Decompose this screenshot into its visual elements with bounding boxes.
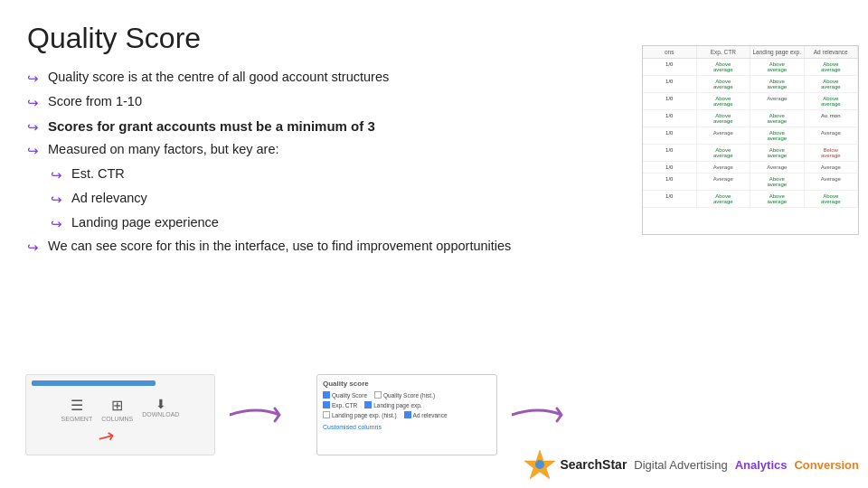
bullet-text: Score from 1-10 <box>48 92 142 111</box>
bullet-text: Est. CTR <box>71 164 125 183</box>
logo: SearchStar <box>524 448 627 481</box>
table-header-cell: Exp. CTR <box>697 46 751 58</box>
custom-columns-link[interactable]: Customised columns <box>323 424 491 430</box>
table-cell: Above average <box>697 76 751 92</box>
dialog-title: Quality score <box>323 380 491 388</box>
logo-text: SearchStar <box>560 457 627 472</box>
columns-icon: ⊞ <box>111 397 123 414</box>
bullet-arrow-icon: ↪ <box>27 238 39 258</box>
table-cell: Average <box>750 93 805 109</box>
table-cell: Above average <box>697 191 751 207</box>
searchstar-logo <box>524 448 556 481</box>
checkbox-item[interactable]: Quality Score <box>323 391 367 399</box>
bottom-section: ☰ SEGMENT ⊞ COLUMNS ⬇ DOWNLOAD Quality s… <box>25 374 712 455</box>
download-label: DOWNLOAD <box>142 411 179 418</box>
table-cell: 1/0 <box>643 110 697 127</box>
table-cell: Above average <box>750 110 805 127</box>
table-header-cell: Ad relevance <box>805 46 859 58</box>
checkbox-row-1: Quality ScoreQuality Score (hist.) <box>323 391 491 399</box>
checkbox-row-2: Exp. CTRLanding page exp. <box>323 401 491 408</box>
checkbox[interactable] <box>323 401 330 408</box>
table-cell: 1/0 <box>643 93 697 109</box>
table-cell: Average <box>697 127 751 144</box>
checkbox[interactable] <box>374 391 382 399</box>
checkbox-label: Quality Score <box>332 392 367 399</box>
table-row: 1/0Above averageAbove averageAbove avera… <box>643 191 858 208</box>
footer-analytics: Analytics <box>735 458 788 472</box>
checkbox[interactable] <box>323 391 330 399</box>
checkbox-label: Ad relevance <box>413 412 448 418</box>
table-cell: 1/0 <box>643 191 697 207</box>
columns-label: COLUMNS <box>101 416 133 422</box>
bullet-arrow-icon: ↪ <box>27 69 39 89</box>
checkbox-item[interactable]: Landing page exp. <box>364 401 422 408</box>
table-row: 1/0Above averageAverageAbove average <box>643 93 858 110</box>
checkbox[interactable] <box>364 401 372 408</box>
table-cell: Above average <box>750 174 805 190</box>
bullet-arrow-icon: ↪ <box>27 93 39 113</box>
table-header-cell: ons <box>643 46 697 58</box>
table-cell: Above average <box>750 127 805 144</box>
checkbox-label: Landing page exp. (hist.) <box>332 412 397 418</box>
table-cell: Above average <box>697 145 751 161</box>
table-cell: 1/0 <box>643 162 697 173</box>
bullet-arrow-icon: ↪ <box>51 165 62 185</box>
footer: SearchStar Digital Advertising Analytics… <box>524 448 859 481</box>
table-cell: Av. mon <box>805 110 859 127</box>
table-cell: Above average <box>805 93 859 109</box>
footer-conversion: Conversion <box>794 458 859 472</box>
bullet-arrow-icon: ↪ <box>51 190 62 210</box>
arrow-2-container <box>497 401 599 428</box>
table-cell: 1/0 <box>643 174 697 190</box>
table-header-row: onsExp. CTRLanding page exp.Ad relevance <box>643 46 858 59</box>
bullet-text: Landing page experience <box>71 213 219 232</box>
bullet-text: Scores for grant accounts must be a mini… <box>48 117 375 136</box>
checkbox-row-3: Landing page exp. (hist.)Ad relevance <box>323 411 491 418</box>
table-row: 1/0AverageAbove averageAverage <box>643 174 858 191</box>
checkbox-item[interactable]: Landing page exp. (hist.) <box>323 411 397 418</box>
table-cell: 1/0 <box>643 76 697 92</box>
table-cell: 1/0 <box>643 145 697 161</box>
bullet-text: Quality score is at the centre of all go… <box>48 68 389 87</box>
checkbox[interactable] <box>323 411 330 418</box>
bullet-arrow-icon: ↪ <box>27 117 39 137</box>
checkbox-item[interactable]: Exp. CTR <box>323 401 357 408</box>
table-cell: Average <box>697 162 751 173</box>
table-row: 1/0AverageAbove averageAverage <box>643 127 858 145</box>
checkbox-label: Landing page exp. <box>373 402 422 408</box>
left-screenshot: ☰ SEGMENT ⊞ COLUMNS ⬇ DOWNLOAD <box>25 374 215 455</box>
table-cell: Average <box>805 127 859 144</box>
table-cell: Average <box>750 162 805 173</box>
blue-bar <box>32 380 156 386</box>
checkbox-item[interactable]: Quality Score (hist.) <box>374 391 435 399</box>
table-mockup: onsExp. CTRLanding page exp.Ad relevance… <box>642 45 859 235</box>
bullet-item: ↪We can see score for this in the interf… <box>27 237 841 258</box>
table-cell: Above average <box>697 93 751 109</box>
table-cell: Below average <box>805 145 859 161</box>
table-cell: Average <box>805 174 859 190</box>
table-cell: Above average <box>750 76 805 92</box>
table-cell: Above average <box>750 191 805 207</box>
checkbox-label: Quality Score (hist.) <box>383 392 435 399</box>
purple-arrow-2 <box>512 401 584 428</box>
checkbox-item[interactable]: Ad relevance <box>404 411 448 418</box>
bullet-text: Ad relevancy <box>71 189 147 208</box>
table-cell: 1/0 <box>643 127 697 144</box>
segment-icon-box: ☰ SEGMENT <box>61 397 93 422</box>
checkbox[interactable] <box>404 411 411 418</box>
bullet-arrow-icon: ↪ <box>51 214 62 234</box>
segment-icon: ☰ <box>71 397 83 414</box>
arrow-1-container <box>215 401 316 428</box>
table-cell: Above average <box>805 59 859 75</box>
table-cell: Average <box>697 174 751 190</box>
table-row: 1/0AverageAverageAverage <box>643 162 858 174</box>
table-cell: Above average <box>697 59 751 75</box>
table-cell: 1/0 <box>643 59 697 75</box>
table-cell: Above average <box>697 110 751 127</box>
columns-icon-box: ⊞ COLUMNS <box>101 397 133 422</box>
table-header-cell: Landing page exp. <box>750 46 805 58</box>
table-row: 1/0Above averageAbove averageAbove avera… <box>643 76 858 93</box>
table-cell: Above average <box>805 76 859 92</box>
table-cell: Above average <box>805 191 859 207</box>
table-cell: Average <box>805 162 859 173</box>
